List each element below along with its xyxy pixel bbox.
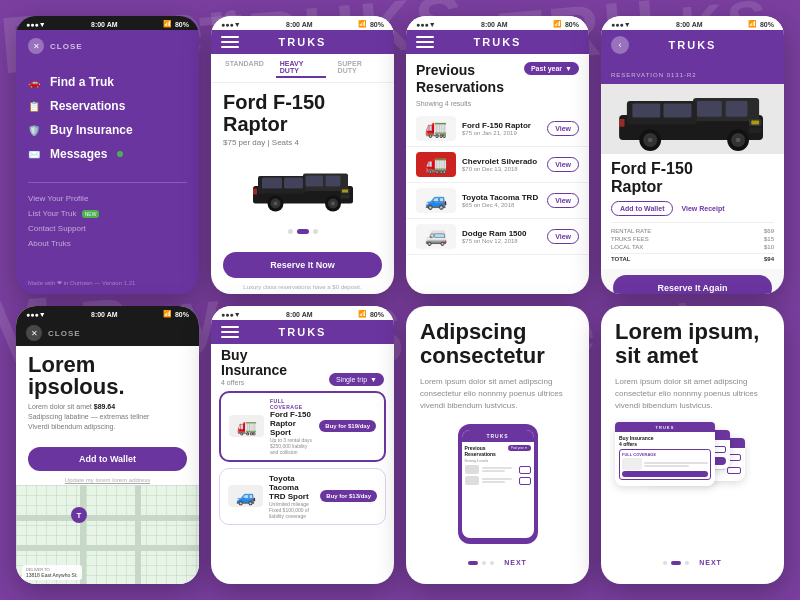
insurance-item-1: 🚛 FULL COVERAGE Ford F-150Raptor Sport U… [219,391,386,462]
add-wallet-button[interactable]: Add to Wallet [611,201,673,216]
menu-item-label: Buy Insurance [50,123,133,137]
insurance-subtitle: 4 offers [221,379,287,386]
svg-rect-27 [663,103,691,117]
svg-point-33 [735,138,740,143]
mini-card-1: TRUKS Buy Insurance4 offers FULL COVERAG… [615,422,715,486]
reserve-button[interactable]: Reserve It Now [223,252,382,278]
menu-item-messages[interactable]: ✉️ Messages [28,142,187,166]
insurance-item-2: 🚙 Toyota TacomaTRD Sport Unlimited milea… [219,468,386,525]
detail-actions: Add to Wallet View Receipt [611,201,774,216]
res-date-3: $65 on Dec 4, 2018 [462,202,541,208]
ins-desc-1a: Up to 3 rental days [270,437,313,443]
hamburger-menu-res[interactable] [416,36,434,48]
reserve-again-button[interactable]: Reserve It Again [613,275,772,294]
cost-tax: LOCAL TAX $10 [611,243,774,251]
svg-rect-25 [725,101,747,117]
back-button[interactable]: ‹ [611,36,629,54]
add-wallet-big-button[interactable]: Add to Wallet [28,447,187,471]
menu-item-reservations[interactable]: 📋 Reservations [28,94,187,118]
past-year-filter[interactable]: Past year ▼ [524,62,579,75]
app-header-truck: TRUKS [211,30,394,54]
res-date-4: $75 on Nov 12, 2018 [462,238,541,244]
next-button-adipscing[interactable]: NEXT [504,559,527,566]
svg-rect-20 [253,188,257,194]
about-link[interactable]: About Truks [28,236,187,251]
map-address: DELIVER TO 13818 East Anywho St. [22,565,82,580]
ins-desc-2b: Fixed $100,000 of liability coverage [269,507,314,519]
map-main-content: Loremipsolous. Lorem dolor sit amet $89.… [16,346,199,443]
next-row-lorem: NEXT [615,555,770,570]
update-address-link[interactable]: Update my lorem lorem address [16,475,199,485]
view-receipt-button[interactable]: View Receipt [681,201,724,216]
status-bar-menu: ●●●▼ 8:00 AM 📶80% [16,16,199,30]
hamburger-menu[interactable] [221,36,239,48]
close-button[interactable]: ✕ [28,38,44,54]
cost-table: RENTAL RATE $69 TRUKS FEES $15 LOCAL TAX… [611,222,774,263]
next-button-lorem[interactable]: NEXT [699,559,722,566]
buy-button-1[interactable]: Buy for $19/day [319,420,376,432]
status-bar-detail: ●●●▼ 8:00 AM 📶80% [601,16,784,30]
ins-thumb-2: 🚙 [228,485,263,507]
cards-stack: TRUKS TRUKS [615,422,770,555]
res-thumb-2: 🚛 [416,152,456,177]
buy-button-2[interactable]: Buy for $13/day [320,490,377,502]
ins-desc-1b: $250,000 liability and collision [270,443,313,455]
map-card: ●●●▼ 8:00 AM 📶80% ✕ CLOSE Loremipsolous.… [16,306,199,584]
shield-icon: 🛡️ [28,125,42,136]
profile-link[interactable]: View Your Profile [28,191,187,206]
mail-icon: ✉️ [28,149,42,160]
tab-standard[interactable]: STANDARD [221,58,268,78]
app-logo: TRUKS [279,36,327,48]
svg-rect-37 [619,119,624,127]
ins-thumb-1: 🚛 [229,415,264,437]
res-name-4: Dodge Ram 1500 [462,229,541,238]
wallet-amount: $89.64 [94,403,115,410]
map-road-vertical-2 [135,485,141,584]
map-pin: T [71,507,87,523]
menu-item-insurance[interactable]: 🛡️ Buy Insurance [28,118,187,142]
res-thumb-3: 🚙 [416,188,456,213]
hamburger-menu-ins[interactable] [221,326,239,338]
chevron-down-icon: ▼ [565,65,572,72]
dot-2[interactable] [297,229,309,234]
menu-item-find[interactable]: 🚗 Find a Truk [28,70,187,94]
dot-1[interactable] [288,229,293,234]
truck-content: Ford F-150Raptor $75 per day | Seats 4 [211,83,394,246]
status-bar-map: ●●●▼ 8:00 AM 📶80% [16,306,199,320]
detail-truck-image [601,84,784,154]
svg-rect-36 [749,128,761,133]
map-road-horizontal [16,515,199,521]
app-logo-res: TRUKS [474,36,522,48]
mockup-screen: TRUKS PreviousReservations Past year ▼ S… [462,430,534,538]
reservation-id: RESERVATION 0131-R2 [611,72,697,78]
list-truk-link[interactable]: List Your Truk NEW [28,206,187,221]
ins-name-2: Toyota TacomaTRD Sport [269,474,314,501]
ins-desc-2a: Unlimited mileage [269,501,314,507]
dot-3[interactable] [313,229,318,234]
ins-tag-1: FULL COVERAGE [270,398,313,410]
map-close-button[interactable]: ✕ [26,325,42,341]
truck-details: $75 per day | Seats 4 [223,138,382,147]
svg-rect-5 [262,177,282,188]
tab-heavy-duty[interactable]: HEAVY DUTY [276,58,326,78]
car-icon: 🚗 [28,77,42,88]
res-name-3: Toyota Tacoma TRD [462,193,541,202]
adipscing-body: Lorem ipsum dolor sit amet adipscing con… [420,376,575,412]
phone-mockup: TRUKS PreviousReservations Past year ▼ S… [458,424,538,544]
menu-divider [28,182,187,183]
status-bar-truck: ●●●▼ 8:00 AM 📶80% [211,16,394,30]
view-button-3[interactable]: View [547,193,579,208]
menu-card: ●●●▼ 8:00 AM 📶80% ✕ CLOSE 🚗 Find a Truk … [16,16,199,294]
support-link[interactable]: Contact Support [28,221,187,236]
tab-super-duty[interactable]: SUPER DUTY [334,58,384,78]
res-name-1: Ford F-150 Raptor [462,121,541,130]
lorem-body: Lorem ipsum dolor sit amet adipscing con… [615,376,770,412]
next-row: NEXT [420,555,575,570]
view-button-4[interactable]: View [547,229,579,244]
reserve-note: Luxury class reservations have a $0 depo… [211,284,394,294]
truck-tab-bar: STANDARD HEAVY DUTY SUPER DUTY [211,54,394,83]
detail-truck-svg [613,84,773,154]
view-button-1[interactable]: View [547,121,579,136]
view-button-2[interactable]: View [547,157,579,172]
trip-filter-button[interactable]: Single trip ▼ [329,373,384,386]
